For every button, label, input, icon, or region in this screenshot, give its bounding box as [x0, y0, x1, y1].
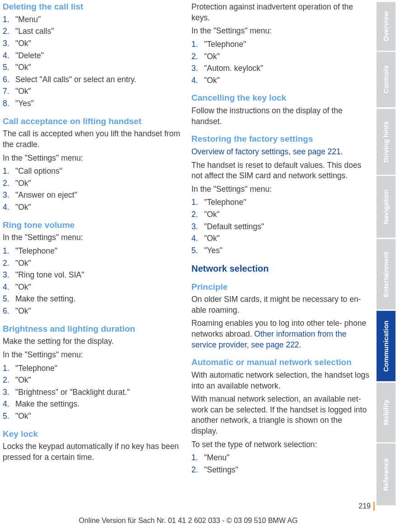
tab-controls[interactable]: Controls	[377, 52, 395, 107]
paragraph: With automatic network selection, the ha…	[191, 370, 370, 391]
list-item: Select "All calls" or select an entry.	[3, 74, 181, 85]
paragraph: Protection against inadvertent operation…	[191, 2, 370, 23]
paragraph: Make the setting for the display.	[3, 336, 181, 347]
tab-communication[interactable]: Communication	[377, 311, 395, 381]
list-item: "Menu"	[191, 453, 370, 463]
heading-network-selection: Network selection	[191, 263, 370, 275]
list-item: "Ok"	[3, 202, 181, 213]
list-item: "Ok"	[3, 178, 181, 189]
paragraph: With manual network selection, an availa…	[191, 394, 370, 437]
left-column: Deleting the call list "Menu" "Last call…	[3, 1, 181, 505]
list-item: "Last calls"	[3, 26, 181, 37]
list-item: "Yes"	[3, 98, 181, 109]
list-item: "Ok"	[3, 258, 181, 269]
heading-ring-tone: Ring tone volume	[3, 219, 181, 231]
heading-auto-manual-network: Automatic or manual network selection	[191, 356, 370, 368]
text: .	[341, 147, 343, 156]
page-number-bar-icon	[373, 502, 375, 511]
text: .	[299, 340, 301, 349]
paragraph: The handset is reset to default values. …	[191, 160, 370, 181]
heading-key-lock: Key lock	[3, 428, 181, 440]
heading-principle: Principle	[191, 281, 370, 293]
steps-network: "Menu" "Settings"	[191, 453, 370, 475]
heading-call-acceptance: Call acceptance on lifting handset	[3, 116, 181, 127]
side-tabs: Overview Controls Driving hints Navigati…	[377, 0, 395, 505]
list-item: "Answer on eject"	[3, 190, 181, 201]
list-item: "Ok"	[191, 51, 370, 62]
list-item: "Ok"	[191, 233, 370, 244]
heading-brightness: Brightness and lighting duration	[3, 323, 181, 335]
paragraph: In the "Settings" menu:	[3, 232, 181, 243]
list-item: "Telephone"	[3, 246, 181, 257]
paragraph: Roaming enables you to log into other te…	[191, 318, 370, 350]
tab-mobility[interactable]: Mobility	[377, 383, 395, 442]
footer-copyright: Online Version für Sach Nr. 01 41 2 602 …	[0, 516, 377, 526]
list-item: "Telephone"	[3, 363, 181, 374]
steps-ring: "Telephone" "Ok" "Ring tone vol. SIA" "O…	[3, 246, 181, 317]
list-item: "Ok"	[191, 209, 370, 220]
heading-cancel-key-lock: Cancelling the key lock	[191, 92, 370, 104]
list-item: "Ok"	[3, 375, 181, 386]
list-item: "Ok"	[3, 282, 181, 293]
page-number-text: 219	[358, 501, 371, 511]
paragraph: To set the type of network selection:	[191, 439, 370, 450]
list-item: "Call options"	[3, 166, 181, 177]
link-factory-overview[interactable]: Overview of factory settings, see page 2…	[191, 147, 341, 156]
steps-brightness: "Telephone" "Ok" "Brightness" or "Backli…	[3, 363, 181, 422]
heading-restore-factory: Restoring the factory settings	[191, 133, 370, 145]
list-item: "Ok"	[3, 38, 181, 49]
list-item: Make the setting.	[3, 294, 181, 305]
list-item: "Brightness" or "Backlight durat."	[3, 387, 181, 398]
steps-keylock-set: "Telephone" "Ok" "Autom. keylock" "Ok"	[191, 39, 370, 86]
steps-delete: "Menu" "Last calls" "Ok" "Delete" "Ok" S…	[3, 14, 181, 109]
list-item: "Delete"	[3, 51, 181, 61]
tab-reference[interactable]: Reference	[377, 444, 395, 505]
list-item: "Telephone"	[191, 197, 370, 208]
list-item: "Ring tone vol. SIA"	[3, 270, 181, 281]
paragraph: In the "Settings" menu:	[3, 153, 181, 164]
list-item: "Settings"	[191, 465, 370, 476]
list-item: "Ok"	[3, 86, 181, 97]
paragraph: In the "Settings" menu:	[191, 26, 370, 37]
tab-entertainment[interactable]: Entertainment	[377, 239, 395, 310]
tab-overview[interactable]: Overview	[377, 2, 395, 51]
steps-restore: "Telephone" "Ok" "Default settings" "Ok"…	[191, 197, 370, 256]
list-item: "Ok"	[3, 411, 181, 422]
list-item: "Ok"	[3, 62, 181, 73]
list-item: "Telephone"	[191, 39, 370, 50]
tab-navigation[interactable]: Navigation	[377, 176, 395, 238]
heading-deleting-call-list: Deleting the call list	[3, 1, 181, 13]
list-item: Make the settings.	[3, 399, 181, 410]
page-number: 219	[358, 501, 375, 511]
right-column: Protection against inadvertent operation…	[191, 1, 370, 505]
list-item: "Autom. keylock"	[191, 63, 370, 74]
paragraph: On older SIM cards, it might be necessar…	[191, 294, 370, 315]
list-item: "Ok"	[191, 75, 370, 86]
list-item: "Ok"	[3, 306, 181, 317]
paragraph: The call is accepted when you lift the h…	[3, 129, 181, 150]
paragraph: Follow the instructions on the display o…	[191, 106, 370, 127]
list-item: "Menu"	[3, 14, 181, 25]
list-item: "Default settings"	[191, 222, 370, 232]
paragraph: Locks the keypad automatically if no key…	[3, 441, 181, 463]
steps-accept: "Call options" "Ok" "Answer on eject" "O…	[3, 166, 181, 213]
paragraph: Overview of factory settings, see page 2…	[191, 147, 370, 157]
paragraph: In the "Settings" menu:	[191, 184, 370, 195]
paragraph: In the "Settings" menu:	[3, 350, 181, 361]
tab-driving-hints[interactable]: Driving hints	[377, 109, 395, 175]
list-item: "Yes"	[191, 245, 370, 256]
